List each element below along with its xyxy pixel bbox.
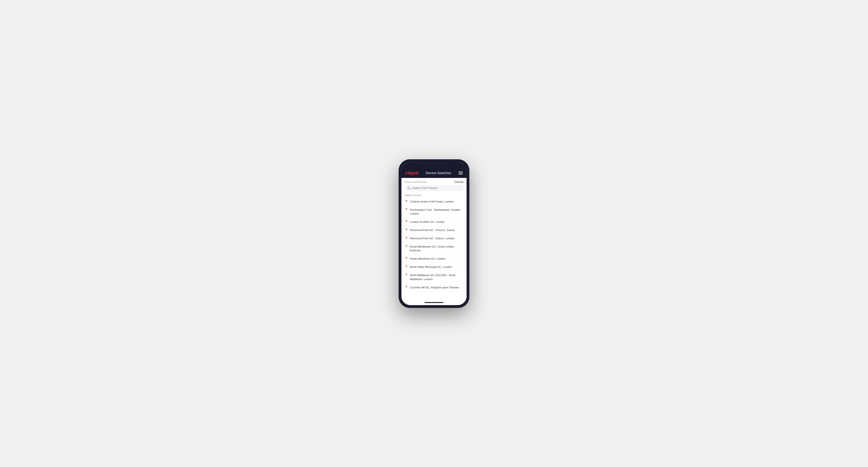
search-input[interactable] [412,186,461,190]
phone-screen: clippd Recent Searches Find a Golf Cours… [401,162,467,305]
nav-title: Recent Searches [426,171,451,175]
course-list-item[interactable]: 📍Dukes Meadows GC, London [401,255,467,263]
course-list-item[interactable]: 📍Coombe Hill GC, Kingston upon Thames [401,283,467,292]
pin-icon: 📍 [405,257,408,260]
cancel-button[interactable]: Cancel [455,180,463,184]
pin-icon: 📍 [405,245,408,248]
course-list-item[interactable]: 📍Central London Golf Centre, London [401,197,467,206]
pin-icon: 📍 [405,274,408,277]
nearby-section-label: Nearby courses [401,193,467,197]
pin-icon: 📍 [405,208,408,211]
course-list-item[interactable]: 📍Richmond Park GC - Prince's, Surrey [401,226,467,234]
nav-bar: clippd Recent Searches [401,169,467,178]
course-name: North Middlesex GC (1011942 - North Midd… [410,273,463,281]
find-header: Find a Golf Course Cancel [401,178,467,185]
search-box[interactable]: 🔍 [405,185,463,191]
course-list-item[interactable]: 📍London Scottish GC, London [401,218,467,226]
app-logo: clippd [405,170,418,176]
course-list-item[interactable]: 📍Roehampton Club - Roehampton, Greater L… [401,206,467,218]
course-list: 📍Central London Golf Centre, London📍Roeh… [401,197,467,300]
course-name: Coombe Hill GC, Kingston upon Thames [410,285,459,289]
course-name: Central London Golf Centre, London [410,199,454,204]
course-name: Dukes Meadows GC, London [410,257,445,260]
notch [422,162,446,168]
course-name: Richmond Park GC - Prince's, Surrey [410,228,455,232]
home-bar [425,302,443,303]
course-list-item[interactable]: 📍Royal Wimbledon GC, Great London Author… [401,243,467,255]
search-icon: 🔍 [407,186,411,190]
hamburger-icon[interactable] [459,172,463,175]
home-indicator [401,300,467,305]
pin-icon: 📍 [405,228,408,231]
pin-icon: 📍 [405,200,408,203]
course-name: Brent Valley Municipal GC, London [410,265,452,269]
pin-icon: 📍 [405,237,408,240]
course-name: Richmond Park GC - Duke's, London [410,237,455,240]
pin-icon: 📍 [405,286,408,289]
course-list-item[interactable]: 📍Richmond Park GC - Duke's, London [401,234,467,243]
phone-frame: clippd Recent Searches Find a Golf Cours… [399,159,469,308]
pin-icon: 📍 [405,265,408,268]
content-area: Find a Golf Course Cancel 🔍 Nearby cours… [401,178,467,305]
course-name: Roehampton Club - Roehampton, Greater Lo… [410,208,463,215]
course-name: London Scottish GC, London [410,220,445,224]
course-name: Royal Wimbledon GC, Great London Authori… [410,245,463,252]
course-list-item[interactable]: 📍Brent Valley Municipal GC, London [401,263,467,271]
course-list-item[interactable]: 📍North Middlesex GC (1011942 - North Mid… [401,271,467,283]
pin-icon: 📍 [405,220,408,223]
find-label: Find a Golf Course [405,181,427,183]
